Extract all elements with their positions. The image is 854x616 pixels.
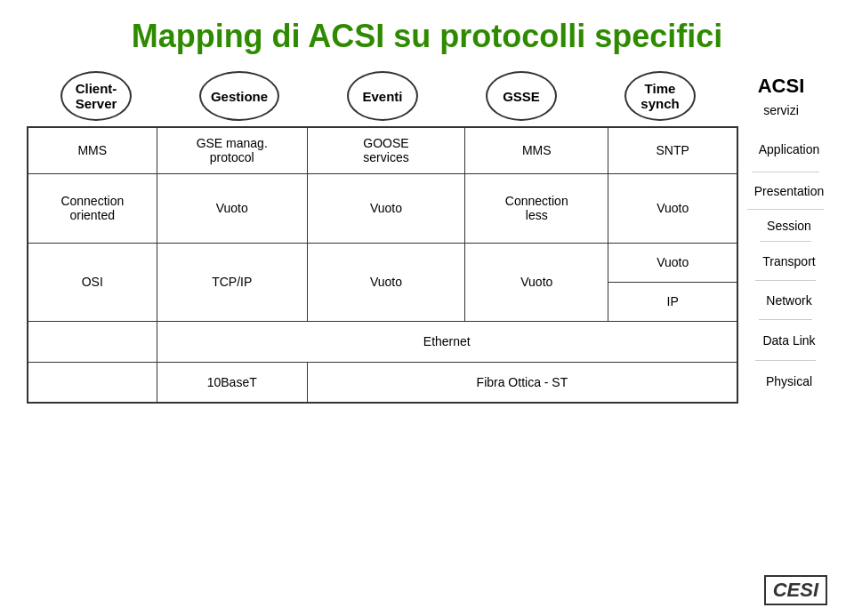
page: Mapping di ACSI su protocolli specifici … bbox=[0, 0, 854, 616]
acsi-label-session: Session bbox=[760, 210, 811, 242]
header-area: Client- ServerGestioneEventiGSSETime syn… bbox=[27, 71, 827, 121]
oval-label-client-server: Client- Server bbox=[60, 71, 132, 121]
cell-transport-2: Vuoto bbox=[307, 243, 464, 321]
cell-pres-2: Vuoto bbox=[307, 173, 464, 243]
cell-dl-0 bbox=[28, 321, 157, 362]
acsi-label-data-link: Data Link bbox=[755, 320, 815, 361]
cell-connection-less: Connection less bbox=[465, 173, 608, 243]
cell-app-4: SNTP bbox=[608, 127, 737, 173]
cell-ethernet: Ethernet bbox=[157, 321, 737, 362]
cell-app-1: GSE manag. protocol bbox=[157, 127, 307, 173]
acsi-label-presentation: Presentation bbox=[747, 172, 825, 210]
cell-phys-0 bbox=[28, 362, 157, 403]
row-physical: 10BaseTFibra Ottica - ST bbox=[28, 362, 737, 403]
page-title: Mapping di ACSI su protocolli specifici bbox=[27, 18, 827, 55]
acsi-label-network: Network bbox=[759, 281, 811, 320]
cell-app-0: MMS bbox=[28, 127, 157, 173]
header-ovals: Client- ServerGestioneEventiGSSETime syn… bbox=[27, 71, 729, 121]
row-datalink: Ethernet bbox=[28, 321, 737, 362]
oval-time-synch: Time synch bbox=[620, 71, 700, 121]
cell-pres-1: Vuoto bbox=[157, 173, 307, 243]
acsi-header: ACSI servizi bbox=[729, 75, 827, 117]
oval-client-server: Client- Server bbox=[56, 71, 136, 121]
row-application: MMSGSE manag. protocolGOOSE servicesMMSS… bbox=[28, 127, 737, 173]
oval-label-gsse: GSSE bbox=[486, 71, 557, 121]
acsi-label-transport: Transport bbox=[755, 242, 815, 281]
cell-app-2: GOOSE services bbox=[307, 127, 464, 173]
oval-eventi: Eventi bbox=[342, 71, 423, 121]
oval-gestione: Gestione bbox=[195, 71, 284, 121]
acsi-title: ACSI bbox=[735, 75, 827, 98]
cell-tcpip: TCP/IP bbox=[157, 243, 307, 321]
row-presentation: Connection orientedVuotoVuotoConnection … bbox=[28, 173, 737, 211]
cell-10baset: 10BaseT bbox=[157, 362, 307, 403]
oval-gsse: GSSE bbox=[481, 71, 561, 121]
row-transport: OSITCP/IPVuotoVuotoVuoto bbox=[28, 243, 737, 282]
cell-pres-4: Vuoto bbox=[608, 173, 737, 243]
cell-fibra: Fibra Ottica - ST bbox=[307, 362, 737, 403]
cell-app-3: MMS bbox=[465, 127, 608, 173]
acsi-services-col: ApplicationPresentationSessionTransportN… bbox=[738, 126, 827, 402]
oval-label-gestione: Gestione bbox=[199, 71, 279, 121]
cell-osi: OSI bbox=[28, 243, 157, 321]
oval-label-time-synch: Time synch bbox=[624, 71, 696, 121]
cell-transport-vuoto: Vuoto bbox=[608, 243, 737, 282]
acsi-label-application: Application bbox=[752, 126, 820, 172]
acsi-label-physical: Physical bbox=[759, 361, 812, 402]
cell-transport-3: Vuoto bbox=[465, 243, 608, 321]
oval-label-eventi: Eventi bbox=[347, 71, 418, 121]
cesi-logo: CESI bbox=[764, 575, 827, 605]
table-wrapper: MMSGSE manag. protocolGOOSE servicesMMSS… bbox=[27, 126, 738, 404]
cell-connection-oriented: Connection oriented bbox=[28, 173, 157, 243]
main-table: MMSGSE manag. protocolGOOSE servicesMMSS… bbox=[27, 126, 738, 404]
acsi-subtitle: servizi bbox=[735, 103, 827, 117]
cell-ip: IP bbox=[608, 282, 737, 321]
layout-wrapper: MMSGSE manag. protocolGOOSE servicesMMSS… bbox=[27, 126, 827, 404]
